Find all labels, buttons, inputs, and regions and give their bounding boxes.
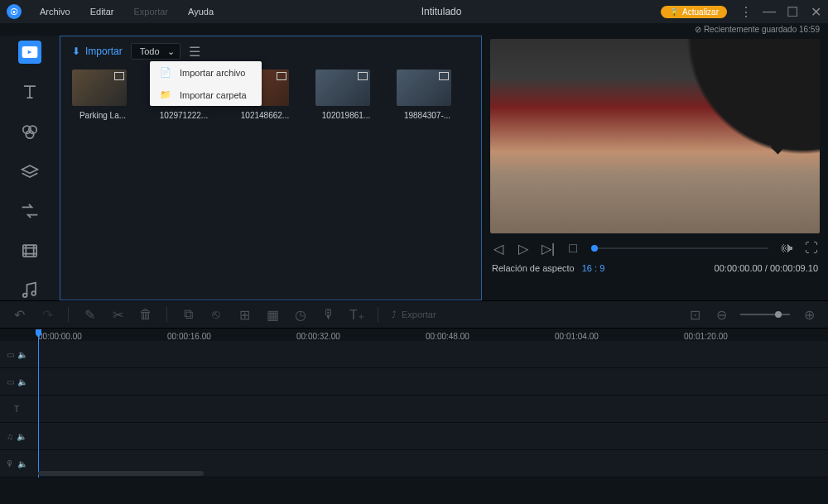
zoom-in-icon[interactable]: ⊕ [802,307,816,322]
autosave-label: Recientemente guardado 16:59 [704,25,820,34]
sound-icon: 🔈 [17,377,27,386]
time-mark: 00:00:48.00 [426,332,555,341]
tab-media[interactable] [18,41,41,64]
tab-text[interactable] [18,80,41,103]
text-track[interactable]: T [0,396,828,423]
playhead[interactable] [38,329,39,478]
menu-ayuda[interactable]: Ayuda [180,7,222,17]
tab-filters[interactable] [18,120,41,143]
left-tab-bar [0,36,60,300]
next-frame-icon[interactable]: ▷| [542,242,555,255]
aspect-label: Relación de aspecto [492,263,575,273]
horizontal-scrollbar[interactable] [38,471,204,476]
export-label: Exportar [402,310,436,319]
timeline: 00:00:00.00 00:00:16.00 00:00:32.00 00:0… [0,329,828,478]
import-folder-label: Importar carpeta [180,90,247,100]
filter-select[interactable]: Todo ⌄ [131,43,181,60]
mosaic-icon[interactable]: ▦ [265,307,280,322]
import-file-label: Importar archivo [180,68,245,78]
audio-track[interactable]: ♫🔈 [0,423,828,450]
import-button[interactable]: ⬇ Importar [72,46,123,57]
playback-controls: ◁ ▷ ▷| □ 🕪 ⛶ [490,233,820,260]
file-plus-icon: 📄 [160,67,171,78]
media-panel: ⬇ Importar Todo ⌄ ☰ 📄 Importar archivo 📁… [60,36,482,300]
mic-track-icon: 🎙 [6,459,14,468]
clip-label: Parking La... [72,111,133,120]
aspect-ratio: Relación de aspecto 16 : 9 [492,263,604,273]
update-label: Actualizar [682,7,719,17]
timeline-tracks[interactable]: ▭🔈 ▭🔈 T ♫🔈 🎙🔈 [0,341,828,478]
media-clip[interactable]: 19884307-... [397,70,458,120]
time-ruler[interactable]: 00:00:00.00 00:00:16.00 00:00:32.00 00:0… [0,329,828,341]
clip-label: 102148662... [234,111,296,120]
clip-label: 102971222... [153,111,214,120]
import-folder-item[interactable]: 📁 Importar carpeta [150,84,262,106]
window-title: Intitulado [225,6,657,17]
time-mark: 00:00:16.00 [167,332,296,341]
pip-track-icon: ▭ [7,377,14,386]
download-icon: ⬇ [72,46,80,57]
zoom-out-icon[interactable]: ⊖ [714,307,729,322]
edit-icon[interactable]: ✎ [82,307,97,322]
chevron-down-icon: ⌄ [167,46,175,57]
delete-icon[interactable]: 🗑 [138,307,153,322]
autosave-status: ⊘ Recientemente guardado 16:59 [0,23,828,36]
menu-editar[interactable]: Editar [82,7,123,17]
minimize-icon[interactable]: — [763,6,775,17]
undo-icon[interactable]: ↶ [12,307,26,322]
preview-panel: ◁ ▷ ▷| □ 🕪 ⛶ Relación de aspecto 16 : 9 … [482,36,828,300]
check-icon: ⊘ [695,25,701,34]
tab-audio[interactable] [18,279,41,302]
filter-value: Todo [140,46,160,56]
zoom-slider[interactable] [740,314,790,315]
video-track[interactable]: ▭🔈 [0,341,828,368]
prev-frame-icon[interactable]: ◁ [492,242,505,255]
music-track-icon: ♫ [7,432,13,441]
export-button[interactable]: ⤴ Exportar [392,310,436,319]
lock-icon: 🔒 [669,7,679,17]
volume-icon[interactable]: 🕪 [780,242,793,255]
fullscreen-icon[interactable]: ⛶ [805,242,818,255]
speed-icon[interactable]: ◷ [293,307,308,322]
aspect-value[interactable]: 16 : 9 [582,263,605,273]
menu-archivo[interactable]: Archivo [31,7,79,17]
voice-icon[interactable]: 🎙 [321,307,336,322]
edit-toolbar: ↶ ↷ ✎ ✂ 🗑 ⧉ ⎋ ⊞ ▦ ◷ 🎙 T₊ ⤴ Exportar ⊡ ⊖ … [0,300,828,329]
kebab-icon[interactable]: ⋮ [740,6,752,17]
view-list-icon[interactable]: ☰ [189,44,200,60]
tab-transitions[interactable] [18,199,41,223]
tab-overlay[interactable] [18,160,41,183]
video-track-icon: ▭ [7,350,14,359]
media-clip[interactable]: 102019861... [315,70,377,120]
window-controls: ⋮ — ☐ ✕ [740,6,821,17]
close-icon[interactable]: ✕ [810,6,821,17]
time-display: 00:00:00.00 / 00:00:09.10 [715,263,818,273]
time-mark: 00:01:04.00 [555,332,684,341]
tab-elements[interactable] [18,239,41,262]
app-logo-icon: ⦿ [7,4,22,19]
text-track-icon: T [14,405,19,414]
fit-icon[interactable]: ⊡ [687,307,702,322]
crop-icon[interactable]: ⧉ [181,307,195,322]
play-icon[interactable]: ▷ [517,242,530,255]
merge-icon[interactable]: ⊞ [237,307,252,322]
pip-track[interactable]: ▭🔈 [0,368,828,396]
update-button[interactable]: 🔒 Actualizar [661,6,727,18]
maximize-icon[interactable]: ☐ [787,6,798,17]
sound-icon: 🔈 [17,432,26,441]
media-clip[interactable]: Parking La... [72,70,133,120]
svg-rect-5 [23,245,36,257]
media-thumbnails: Parking La... 102971222... 102148662... … [60,66,481,123]
import-file-item[interactable]: 📄 Importar archivo [150,61,262,84]
titlebar: ⦿ Archivo Editar Exportar Ayuda Intitula… [0,0,828,23]
redo-icon[interactable]: ↷ [40,307,55,322]
sound-icon: 🔈 [17,459,27,468]
folder-icon: 📁 [160,89,171,100]
progress-slider[interactable] [591,247,768,249]
text-tool-icon[interactable]: T₊ [349,307,364,322]
import-label: Importar [85,46,123,57]
split-icon[interactable]: ⎋ [209,307,224,322]
cut-icon[interactable]: ✂ [110,307,125,322]
stop-icon[interactable]: □ [566,242,580,255]
preview-viewport[interactable] [490,39,820,233]
